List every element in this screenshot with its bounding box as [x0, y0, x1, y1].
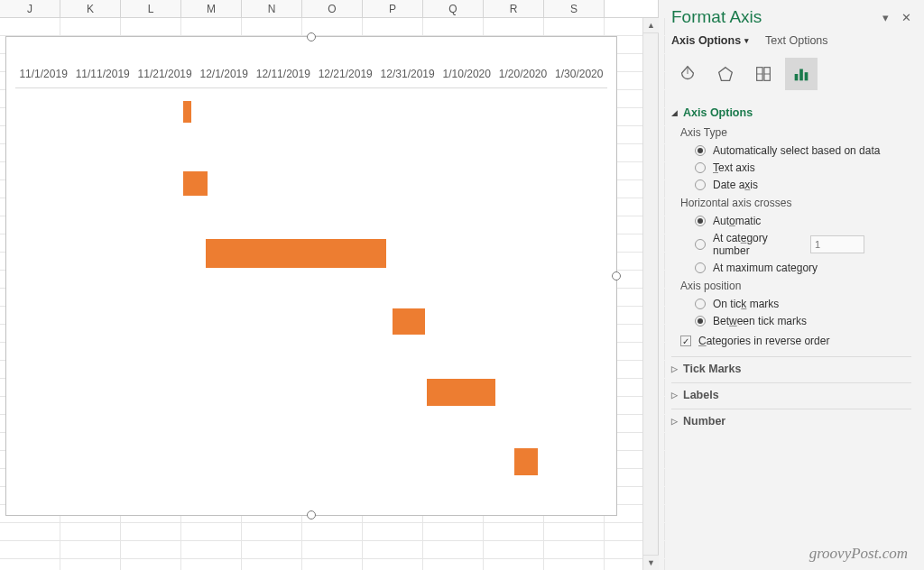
radio-horiz-auto[interactable]: Automatic	[695, 215, 911, 227]
column-header[interactable]: K	[60, 0, 121, 17]
svg-rect-6	[799, 69, 803, 81]
size-properties-icon[interactable]	[747, 58, 780, 90]
radio-between-tick[interactable]: Between tick marks	[695, 315, 911, 327]
axis-type-label: Axis Type	[680, 126, 911, 139]
gantt-bar[interactable]	[183, 171, 208, 196]
axis-options-icon[interactable]	[785, 58, 818, 90]
gantt-bar[interactable]	[514, 448, 538, 475]
scroll-up-arrow[interactable]: ▲	[643, 18, 659, 33]
column-header[interactable]: J	[0, 0, 60, 17]
column-header[interactable]: P	[363, 0, 423, 17]
x-axis-tick-label: 12/21/2019	[319, 68, 373, 80]
scroll-down-arrow[interactable]: ▼	[643, 555, 659, 570]
tab-text-options[interactable]: Text Options	[765, 34, 827, 47]
radio-on-tick-label: On tick marks	[713, 298, 779, 310]
tab-axis-options[interactable]: Axis Options ▾	[671, 34, 749, 47]
radio-date-axis-label: Date axis	[713, 179, 758, 191]
radio-auto-select-label: Automatically select based on data	[713, 144, 880, 157]
spreadsheet-area: JKLMNOPQRS ▲ ▼ 11/1/201911/11/201911/21/…	[0, 0, 658, 570]
gantt-bar[interactable]	[427, 379, 495, 406]
radio-at-max[interactable]: At maximum category	[695, 262, 911, 274]
radio-text-axis[interactable]: Text axis	[695, 161, 911, 174]
x-axis-tick-label: 1/10/2020	[443, 68, 491, 80]
section-number-label: Number	[683, 415, 725, 428]
section-axis-options[interactable]: ◢Axis Options	[671, 106, 911, 119]
section-axis-options-label: Axis Options	[683, 106, 753, 119]
panel-close-icon[interactable]: ✕	[901, 11, 911, 24]
svg-rect-5	[795, 74, 799, 80]
fill-line-icon[interactable]	[671, 58, 704, 90]
radio-date-axis[interactable]: Date axis	[695, 179, 911, 191]
watermark: groovyPost.com	[809, 545, 908, 563]
column-headers: JKLMNOPQRS	[0, 0, 658, 18]
panel-dropdown-icon[interactable]: ▾	[882, 11, 889, 24]
x-axis-tick-label: 11/1/2019	[19, 68, 67, 80]
x-axis-tick-label: 12/11/2019	[256, 68, 310, 80]
section-tick-marks-label: Tick Marks	[683, 363, 741, 375]
checkbox-reverse-order[interactable]: Categories in reverse order	[680, 335, 911, 347]
radio-text-axis-label: Text axis	[713, 161, 755, 174]
svg-marker-0	[719, 68, 733, 81]
chart-x-axis-labels[interactable]: 11/1/201911/11/201911/21/201912/1/201912…	[6, 68, 616, 80]
svg-rect-7	[805, 72, 808, 80]
radio-horiz-auto-label: Automatic	[713, 215, 761, 227]
section-tick-marks[interactable]: ▷Tick Marks	[671, 363, 911, 375]
x-axis-tick-label: 12/1/2019	[200, 68, 248, 80]
column-header[interactable]: Q	[423, 0, 484, 17]
column-header[interactable]: O	[302, 0, 363, 17]
column-header[interactable]: N	[242, 0, 302, 17]
radio-at-category-label: At category number	[713, 232, 794, 257]
panel-title: Format Axis	[671, 7, 762, 27]
x-axis-tick-label: 11/21/2019	[138, 68, 192, 80]
radio-at-category[interactable]: At category number	[695, 232, 911, 257]
radio-auto-select[interactable]: Automatically select based on data	[695, 144, 911, 157]
x-axis-tick-label: 1/20/2020	[499, 68, 547, 80]
checkbox-reverse-order-label: Categories in reverse order	[698, 335, 829, 347]
section-labels[interactable]: ▷Labels	[671, 389, 911, 401]
radio-on-tick[interactable]: On tick marks	[695, 298, 911, 310]
chart-resize-handle-top[interactable]	[307, 32, 316, 41]
column-header[interactable]: R	[484, 0, 544, 17]
chart-object[interactable]: 11/1/201911/11/201911/21/201912/1/201912…	[5, 36, 617, 516]
x-axis-tick-label: 11/11/2019	[76, 68, 130, 80]
gantt-bar[interactable]	[183, 101, 191, 123]
radio-between-tick-label: Between tick marks	[713, 315, 807, 327]
gantt-bar[interactable]	[393, 308, 425, 335]
chart-resize-handle-right[interactable]	[612, 271, 621, 280]
chart-plot-area[interactable]	[15, 87, 607, 506]
horiz-crosses-label: Horizontal axis crosses	[680, 197, 911, 209]
vertical-scrollbar[interactable]: ▲ ▼	[642, 18, 658, 570]
x-axis-tick-label: 12/31/2019	[381, 68, 435, 80]
at-category-input[interactable]	[810, 235, 864, 253]
format-axis-panel: Format Axis ▾ ✕ Axis Options ▾ Text Opti…	[658, 0, 924, 570]
column-header[interactable]: L	[121, 0, 181, 17]
column-header[interactable]: S	[544, 0, 605, 17]
section-number[interactable]: ▷Number	[671, 415, 911, 428]
effects-icon[interactable]	[709, 58, 742, 90]
tab-axis-options-label: Axis Options	[671, 34, 741, 47]
axis-position-label: Axis position	[680, 280, 911, 292]
section-labels-label: Labels	[683, 389, 719, 401]
column-header[interactable]: M	[181, 0, 242, 17]
radio-at-max-label: At maximum category	[713, 262, 818, 274]
chart-resize-handle-bottom[interactable]	[307, 510, 316, 519]
x-axis-tick-label: 1/30/2020	[555, 68, 603, 80]
gantt-bar[interactable]	[206, 239, 386, 268]
